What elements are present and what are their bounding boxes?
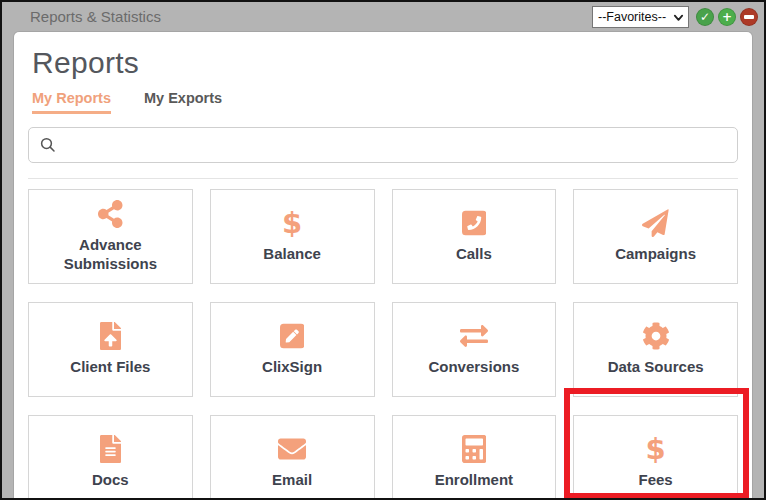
tabs: My Reports My Exports: [32, 90, 738, 114]
tile-docs[interactable]: Docs: [28, 415, 193, 500]
exchange-arrows-icon: [460, 322, 488, 350]
check-circle-icon: ✓: [700, 11, 710, 23]
file-alt-icon: [100, 435, 121, 463]
envelope-icon: [278, 435, 306, 463]
dollar-sign-icon: $: [646, 435, 666, 463]
reports-panel: Reports My Reports My Exports Advance Su…: [14, 32, 752, 500]
tile-label: Client Files: [70, 357, 150, 377]
top-bar: Reports & Statistics --Favorites-- ✓ +: [2, 2, 764, 32]
remove-favorite-button[interactable]: [740, 8, 758, 26]
tile-fees[interactable]: $Fees: [573, 415, 738, 500]
add-favorite-button[interactable]: +: [718, 8, 736, 26]
share-alt-icon: [98, 200, 123, 228]
favorites-select-value: --Favorites--: [598, 10, 666, 24]
plus-circle-icon: +: [722, 11, 732, 23]
tile-label: ClixSign: [262, 357, 322, 377]
tile-label: Enrollment: [435, 470, 513, 490]
tab-my-reports[interactable]: My Reports: [32, 90, 111, 114]
tile-label: Docs: [92, 470, 129, 490]
search-bar[interactable]: [28, 127, 738, 163]
topbar-controls: --Favorites-- ✓ +: [592, 6, 758, 28]
tile-label: Conversions: [428, 357, 519, 377]
app-window: Reports & Statistics --Favorites-- ✓ + R…: [0, 0, 766, 500]
file-upload-icon: [100, 322, 121, 350]
tile-campaigns[interactable]: Campaigns: [573, 189, 738, 284]
tile-label: Advance Submissions: [34, 235, 186, 274]
tile-enrollment[interactable]: Enrollment: [392, 415, 557, 500]
divider: [28, 178, 738, 179]
tile-client-files[interactable]: Client Files: [28, 302, 193, 397]
tile-email[interactable]: Email: [210, 415, 375, 500]
chevron-down-icon: [673, 12, 684, 23]
minus-circle-icon: [744, 15, 754, 19]
gear-icon: [642, 322, 670, 350]
tile-conversions[interactable]: Conversions: [392, 302, 557, 397]
tile-label: Balance: [263, 244, 321, 264]
confirm-button[interactable]: ✓: [696, 8, 714, 26]
tile-label: Campaigns: [615, 244, 696, 264]
tile-label: Calls: [456, 244, 492, 264]
phone-square-icon: [462, 209, 487, 237]
tile-label: Email: [272, 470, 312, 490]
pen-square-icon: [280, 322, 305, 350]
page-title: Reports & Statistics: [30, 8, 161, 25]
tile-label: Fees: [639, 470, 673, 490]
tab-my-exports[interactable]: My Exports: [144, 90, 222, 114]
panel-heading: Reports: [32, 46, 738, 80]
dollar-sign-icon: $: [282, 209, 302, 237]
tile-clixsign[interactable]: ClixSign: [210, 302, 375, 397]
reports-grid: Advance Submissions$BalanceCallsCampaign…: [28, 189, 738, 500]
favorites-select[interactable]: --Favorites--: [592, 6, 689, 28]
tile-balance[interactable]: $Balance: [210, 189, 375, 284]
tile-advance-submissions[interactable]: Advance Submissions: [28, 189, 193, 284]
tile-label: Data Sources: [608, 357, 704, 377]
tile-calls[interactable]: Calls: [392, 189, 557, 284]
paper-plane-icon: [642, 209, 670, 237]
calculator-icon: [462, 435, 487, 463]
search-input[interactable]: [65, 137, 727, 153]
search-icon: [39, 136, 57, 154]
tile-data-sources[interactable]: Data Sources: [573, 302, 738, 397]
